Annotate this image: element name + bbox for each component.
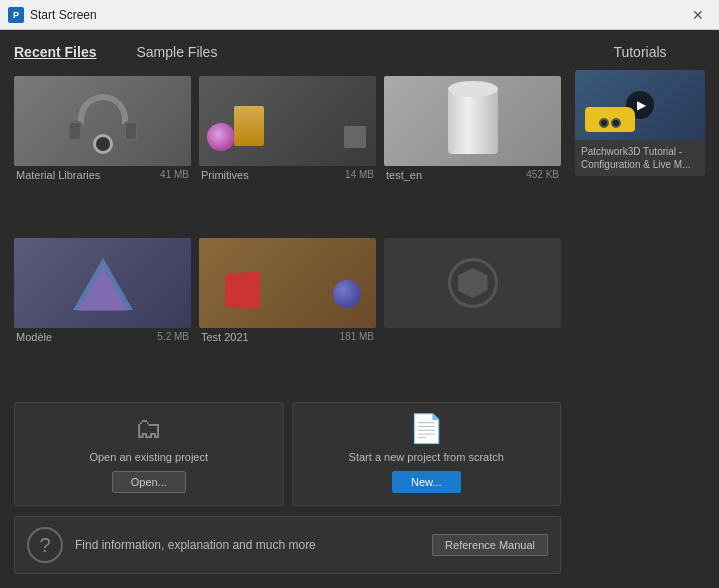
title-bar-left: P Start Screen <box>8 7 97 23</box>
empty-icon <box>448 258 498 308</box>
main-content: Recent Files Sample Files <box>0 30 719 588</box>
file-thumbnail <box>384 76 561 166</box>
car-shape <box>585 107 635 132</box>
action-panels: 🗂 Open an existing project Open... 📄 Sta… <box>14 402 561 506</box>
hex-shape <box>458 268 488 298</box>
file-grid: Material Libraries 41 MB Primitives 14 M… <box>14 76 561 392</box>
sphere-object <box>333 280 361 308</box>
file-label: Primitives 14 MB <box>199 169 376 181</box>
file-thumbnail <box>14 76 191 166</box>
cylinder-shape <box>448 89 498 154</box>
list-item <box>384 238 561 392</box>
list-item[interactable]: test_en 452 KB <box>384 76 561 230</box>
file-size: 14 MB <box>345 169 374 181</box>
thumbnail-content <box>68 86 138 156</box>
tutorials-sidebar: Tutorials ▶ Patchwork3D Tutorial - Confi… <box>575 44 705 574</box>
file-name: Primitives <box>201 169 249 181</box>
list-item[interactable]: Primitives 14 MB <box>199 76 376 230</box>
prim-cube <box>344 126 366 148</box>
file-thumbnail-empty <box>384 238 561 328</box>
prim-sphere <box>207 123 235 151</box>
reference-manual-button[interactable]: Reference Manual <box>432 534 548 556</box>
file-label: test_en 452 KB <box>384 169 561 181</box>
open-button[interactable]: Open... <box>112 471 186 493</box>
hp-ear-right <box>124 121 138 141</box>
tab-recent-files[interactable]: Recent Files <box>14 44 96 62</box>
tutorial-card[interactable]: ▶ Patchwork3D Tutorial - Configuration &… <box>575 70 705 176</box>
list-item[interactable]: Modèle 5.2 MB <box>14 238 191 392</box>
window-title: Start Screen <box>30 8 97 22</box>
file-size: 452 KB <box>526 169 559 181</box>
tutorials-title: Tutorials <box>575 44 705 60</box>
folder-icon: 🗂 <box>135 415 163 443</box>
app-icon: P <box>8 7 24 23</box>
close-button[interactable]: ✕ <box>685 5 711 25</box>
file-size: 5.2 MB <box>157 331 189 343</box>
new-file-icon: 📄 <box>409 415 444 443</box>
file-thumbnail <box>199 76 376 166</box>
list-item[interactable]: Test 2021 181 MB <box>199 238 376 392</box>
tab-sample-files[interactable]: Sample Files <box>136 44 217 62</box>
modele-tri2 <box>78 268 128 311</box>
tutorial-label: Patchwork3D Tutorial - Configuration & L… <box>575 140 705 176</box>
file-label: Material Libraries 41 MB <box>14 169 191 181</box>
hp-ear-left <box>68 121 82 141</box>
question-icon: ? <box>27 527 63 563</box>
file-label: Test 2021 181 MB <box>199 331 376 343</box>
headphone-arc <box>78 94 128 124</box>
file-name: Material Libraries <box>16 169 100 181</box>
file-thumbnail <box>14 238 191 328</box>
file-thumbnail <box>199 238 376 328</box>
new-button[interactable]: New... <box>392 471 461 493</box>
open-project-panel: 🗂 Open an existing project Open... <box>14 402 284 506</box>
file-size: 181 MB <box>340 331 374 343</box>
car-wheel-front <box>599 118 609 128</box>
cube-object <box>225 272 260 309</box>
new-project-label: Start a new project from scratch <box>349 451 504 463</box>
tutorial-thumbnail: ▶ <box>575 70 705 140</box>
car-wheel-rear <box>611 118 621 128</box>
title-bar: P Start Screen ✕ <box>0 0 719 30</box>
file-name: Test 2021 <box>201 331 249 343</box>
file-name: test_en <box>386 169 422 181</box>
file-label: Modèle 5.2 MB <box>14 331 191 343</box>
file-name: Modèle <box>16 331 52 343</box>
list-item[interactable]: Material Libraries 41 MB <box>14 76 191 230</box>
new-project-panel: 📄 Start a new project from scratch New..… <box>292 402 562 506</box>
tabs: Recent Files Sample Files <box>14 44 561 66</box>
help-text: Find information, explanation and much m… <box>75 538 420 552</box>
hp-speaker <box>93 134 113 154</box>
files-area: Recent Files Sample Files <box>14 44 561 574</box>
file-size: 41 MB <box>160 169 189 181</box>
modele-shape <box>73 253 133 313</box>
prim-cylinder <box>234 106 264 146</box>
help-panel: ? Find information, explanation and much… <box>14 516 561 574</box>
open-project-label: Open an existing project <box>89 451 208 463</box>
